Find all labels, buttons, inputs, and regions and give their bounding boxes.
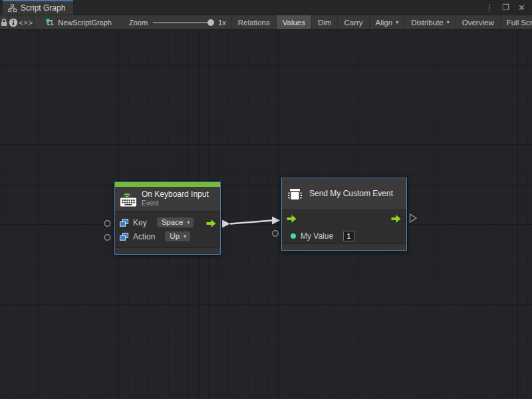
distribute-dropdown-button[interactable]: Distribute▾ bbox=[404, 15, 456, 29]
node-header: Send My Custom Event bbox=[282, 178, 406, 210]
node-title: Send My Custom Event bbox=[309, 190, 393, 199]
control-output-port[interactable] bbox=[206, 219, 216, 227]
control-output-port[interactable] bbox=[391, 215, 401, 223]
control-output-port-triangle[interactable] bbox=[410, 214, 417, 222]
key-dropdown[interactable]: Space ▾ bbox=[157, 217, 194, 227]
port-label-key: Key bbox=[133, 218, 147, 227]
my-value-input[interactable]: 1 bbox=[343, 231, 354, 241]
zoom-slider[interactable] bbox=[153, 19, 214, 27]
event-indicator-bar bbox=[115, 182, 220, 187]
zoom-slider-handle[interactable] bbox=[207, 19, 214, 26]
port-row-action: Action Up ▾ bbox=[115, 229, 220, 243]
control-connection[interactable] bbox=[222, 217, 280, 228]
keyboard-icon bbox=[120, 192, 137, 207]
overview-button[interactable]: Overview bbox=[456, 15, 500, 29]
control-input-port[interactable] bbox=[287, 215, 297, 223]
toolbar: <×> NewScriptGraph Zoom 1x Relations Val… bbox=[0, 15, 532, 30]
port-label-my-value: My Value bbox=[301, 231, 333, 241]
value-input-icon bbox=[120, 233, 128, 241]
node-on-keyboard-input[interactable]: On Keyboard Input Event Key Space ▾ bbox=[114, 182, 221, 255]
chevron-down-icon: ▾ bbox=[187, 219, 190, 225]
full-screen-button[interactable]: Full Screen bbox=[500, 15, 532, 29]
wires-layer bbox=[0, 30, 532, 399]
maximize-icon[interactable]: ❐ bbox=[502, 3, 509, 11]
node-body: Key Space ▾ Action Up ▾ bbox=[115, 211, 220, 243]
titlebar: Script Graph ⋮ ❐ ✕ bbox=[0, 0, 532, 15]
green-arrow-icon bbox=[391, 215, 401, 223]
graph-asset-name: NewScriptGraph bbox=[58, 19, 112, 27]
code-preview-button[interactable]: <×> bbox=[19, 15, 34, 29]
chevron-down-icon: ▾ bbox=[447, 19, 450, 25]
value-input-icon bbox=[120, 219, 128, 227]
align-dropdown-button[interactable]: Align▾ bbox=[369, 15, 405, 29]
node-body: My Value 1 bbox=[282, 210, 406, 243]
code-preview-icon: <×> bbox=[19, 19, 33, 27]
node-header: On Keyboard Input Event bbox=[115, 187, 220, 211]
window-menu-icon[interactable]: ⋮ bbox=[485, 3, 493, 12]
key-input-port[interactable] bbox=[104, 221, 110, 226]
green-arrow-icon bbox=[287, 215, 297, 223]
lock-icon bbox=[0, 18, 8, 27]
tab-title: Script Graph bbox=[21, 3, 65, 13]
carry-button[interactable]: Carry bbox=[337, 15, 368, 29]
script-graph-window: Script Graph ⋮ ❐ ✕ <×> bbox=[0, 0, 532, 399]
window-controls: ⋮ ❐ ✕ bbox=[485, 0, 532, 15]
toolbar-buttons: Relations Values Dim Carry Align▾ Distri… bbox=[231, 15, 532, 29]
custom-event-icon bbox=[287, 186, 304, 202]
relations-button[interactable]: Relations bbox=[231, 15, 276, 29]
my-value-input-port[interactable] bbox=[273, 231, 278, 236]
chevron-down-icon: ▾ bbox=[184, 233, 186, 239]
action-dropdown[interactable]: Up ▾ bbox=[165, 231, 190, 241]
node-title: On Keyboard Input bbox=[142, 190, 209, 200]
node-subtitle: Event bbox=[142, 200, 209, 207]
dim-button[interactable]: Dim bbox=[311, 15, 337, 29]
port-label-action: Action bbox=[133, 232, 155, 241]
node-footer bbox=[282, 243, 406, 250]
zoom-slider-track bbox=[153, 22, 214, 23]
node-send-my-custom-event[interactable]: Send My Custom Event My Value 1 bbox=[281, 178, 407, 251]
info-icon bbox=[9, 18, 18, 27]
value-port-dot bbox=[291, 233, 296, 239]
zoom-control: Zoom 1x bbox=[129, 15, 226, 29]
close-icon[interactable]: ✕ bbox=[518, 3, 525, 12]
tab-script-graph[interactable]: Script Graph bbox=[3, 0, 73, 15]
graph-asset[interactable]: NewScriptGraph bbox=[46, 15, 112, 29]
values-button[interactable]: Values bbox=[276, 15, 311, 29]
info-button[interactable] bbox=[9, 15, 19, 29]
green-arrow-icon bbox=[206, 219, 216, 227]
lock-button[interactable] bbox=[0, 15, 9, 29]
action-input-port[interactable] bbox=[104, 235, 110, 240]
port-row-my-value: My Value 1 bbox=[282, 229, 406, 243]
zoom-value: 1x bbox=[218, 19, 226, 27]
script-graph-asset-icon bbox=[46, 19, 54, 27]
port-row-key: Key Space ▾ bbox=[115, 215, 220, 229]
zoom-label: Zoom bbox=[129, 19, 148, 27]
graph-canvas[interactable]: On Keyboard Input Event Key Space ▾ bbox=[0, 30, 532, 399]
node-footer bbox=[115, 247, 220, 254]
graph-hierarchy-icon bbox=[8, 4, 17, 12]
control-flow-row bbox=[282, 214, 406, 229]
chevron-down-icon: ▾ bbox=[396, 19, 398, 25]
